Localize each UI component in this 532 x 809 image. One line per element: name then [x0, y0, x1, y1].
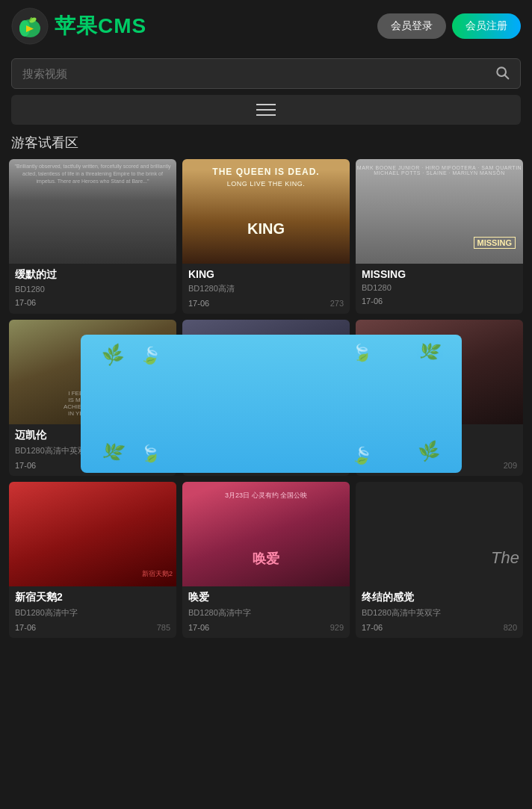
- card1-meta: 17-06: [15, 298, 170, 307]
- card3-info: MISSING BD1280 17-06: [356, 264, 523, 311]
- movie-grid-row3: 新宿天鹅2 新宿天鹅2 BD1280高清中字 17-06 785 3月23日 心…: [0, 482, 532, 638]
- leaf-icon-5: 🌿: [100, 439, 126, 465]
- card3-missing: MISSING: [474, 237, 516, 249]
- logo-icon: [11, 7, 49, 45]
- card7-title: 新宿天鹅2: [15, 591, 170, 604]
- header-buttons: 会员登录 会员注册: [377, 13, 521, 39]
- card4-date: 17-06: [15, 461, 36, 470]
- movie-card-7[interactable]: 新宿天鹅2 新宿天鹅2 BD1280高清中字 17-06 785: [9, 482, 176, 638]
- card9-title: 终结的感觉: [362, 591, 517, 604]
- card2-info: KING BD1280高清 17-06 273: [182, 264, 350, 314]
- header: 苹果CMS 会员登录 会员注册: [0, 0, 532, 52]
- card7-views: 785: [157, 623, 170, 632]
- card7-date: 17-06: [15, 623, 36, 632]
- section-title: 游客试看区: [11, 134, 521, 152]
- nav-menu[interactable]: [11, 95, 521, 125]
- movie-card-2[interactable]: THE QUEEN IS DEAD. LONG LIVE THE KING. K…: [182, 159, 350, 314]
- search-input[interactable]: [12, 59, 484, 88]
- card7-xinsu-text: 新宿天鹅2: [142, 569, 173, 579]
- card2-sub: BD1280高清: [188, 283, 344, 294]
- card8-views: 929: [330, 623, 344, 632]
- movie-card-3[interactable]: MARK BOONE JUNIOR · HIRO MIFOOTERA · SAM…: [356, 159, 523, 314]
- card1-title: 缓默的过: [15, 268, 170, 282]
- card2-king-tagline: THE QUEEN IS DEAD.: [182, 167, 350, 177]
- card2-meta: 17-06 273: [188, 299, 344, 308]
- card-poster-3: MARK BOONE JUNIOR · HIRO MIFOOTERA · SAM…: [356, 159, 523, 264]
- leaf-icon-7: 🍃: [350, 444, 374, 467]
- card9-date: 17-06: [362, 623, 383, 632]
- card3-meta: 17-06: [362, 297, 517, 306]
- card3-date: 17-06: [362, 297, 383, 306]
- register-button[interactable]: 会员注册: [452, 13, 521, 39]
- card8-date: 17-06: [188, 623, 209, 632]
- svg-line-7: [505, 75, 509, 79]
- search-bar: [11, 58, 521, 89]
- leaf-icon-6: 🍃: [139, 443, 162, 465]
- leaf-icon-3: 🍃: [350, 342, 374, 365]
- card2-date: 17-06: [188, 299, 209, 308]
- card8-info: 唤爱 BD1280高清中字 17-06 929: [182, 586, 350, 638]
- card3-sub: BD1280: [362, 283, 517, 292]
- card8-meta: 17-06 929: [188, 623, 344, 632]
- card6-views: 209: [504, 461, 517, 470]
- card8-title: 唤爱: [188, 591, 344, 604]
- card8-top-text: 3月23日 心灵有约 全国公映: [182, 491, 350, 500]
- card2-king-subtitle: LONG LIVE THE KING.: [182, 180, 350, 187]
- card1-quote: "Brilliantly observed, tactfully written…: [13, 163, 173, 185]
- movie-card-8[interactable]: 3月23日 心灵有约 全国公映 唤爱 唤爱 BD1280高清中字 17-06 9…: [182, 482, 350, 638]
- movie-card-9[interactable]: The 终结的感觉 BD1280高清中英双字 17-06 820: [356, 482, 523, 638]
- card9-views: 820: [504, 623, 517, 632]
- card3-actors: MARK BOONE JUNIOR · HIRO MIFOOTERA · SAM…: [356, 165, 523, 176]
- leaf-icon-4: 🌿: [417, 340, 442, 364]
- card-poster-8: 3月23日 心灵有约 全国公映 唤爱: [182, 482, 350, 586]
- card1-date: 17-06: [15, 298, 36, 307]
- leaf-icon-2: 🍃: [139, 344, 162, 367]
- leaf-icon-8: 🌿: [417, 440, 442, 464]
- card2-views: 273: [330, 299, 344, 308]
- card8-main-text: 唤爱: [182, 550, 350, 568]
- card9-sub: BD1280高清中英双字: [362, 607, 517, 619]
- search-button[interactable]: [484, 59, 520, 88]
- card-poster-7: 新宿天鹅2: [9, 482, 176, 586]
- leaf-icon-1: 🌿: [100, 343, 126, 368]
- ad-overlay[interactable]: 🌿 🍃 🍃 🌿 🌿 🍃 🍃 🌿: [81, 335, 462, 473]
- card9-meta: 17-06 820: [362, 623, 517, 632]
- card7-sub: BD1280高清中字: [15, 607, 170, 619]
- card1-info: 缓默的过 BD1280 17-06: [9, 264, 176, 313]
- hamburger-icon: [256, 104, 276, 116]
- movie-grid-row1: "Brilliantly observed, tactfully written…: [0, 159, 532, 314]
- card-poster-9: The: [356, 482, 523, 586]
- logo-text: 苹果CMS: [55, 12, 146, 40]
- logo-area: 苹果CMS: [11, 7, 146, 45]
- card1-sub: BD1280: [15, 285, 170, 294]
- card-poster-2: THE QUEEN IS DEAD. LONG LIVE THE KING. K…: [182, 159, 350, 264]
- card8-sub: BD1280高清中字: [188, 607, 344, 619]
- card9-info: 终结的感觉 BD1280高清中英双字 17-06 820: [356, 586, 523, 638]
- card2-title: KING: [188, 268, 344, 280]
- login-button[interactable]: 会员登录: [377, 13, 446, 39]
- card9-the-text: The: [491, 548, 519, 568]
- card3-title: MISSING: [362, 268, 517, 280]
- movie-card-1[interactable]: "Brilliantly observed, tactfully written…: [9, 159, 176, 314]
- card-poster-1: "Brilliantly observed, tactfully written…: [9, 159, 176, 264]
- card2-king-title: KING: [182, 220, 350, 238]
- card7-meta: 17-06 785: [15, 623, 170, 632]
- search-icon: [495, 65, 510, 80]
- card7-info: 新宿天鹅2 BD1280高清中字 17-06 785: [9, 586, 176, 638]
